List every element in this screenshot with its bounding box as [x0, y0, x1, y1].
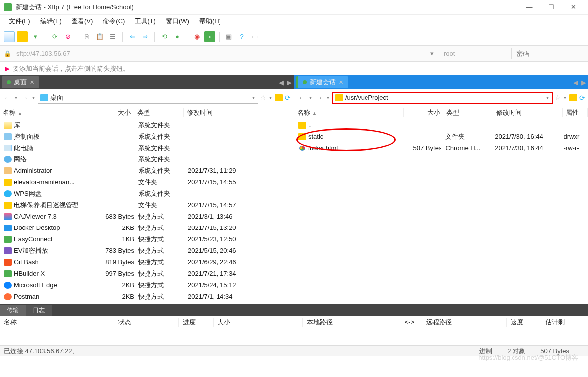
menu-view[interactable]: 查看(V): [68, 16, 97, 27]
col-mtime[interactable]: 修改时间: [184, 108, 268, 117]
path-dropdown-icon[interactable]: ▾: [545, 95, 550, 100]
file-row[interactable]: elevator-maintenan...文件夹2021/7/15, 14:55: [0, 176, 294, 188]
file-row[interactable]: HBuilder X997 Bytes快捷方式2021/7/21, 17:34: [0, 268, 294, 279]
address-dropdown-icon[interactable]: ▾: [428, 50, 436, 57]
newfolder-icon[interactable]: [569, 94, 577, 101]
file-row[interactable]: 控制面板系统文件夹: [0, 131, 294, 142]
transfer-body[interactable]: [0, 328, 588, 345]
path-dropdown-icon[interactable]: ▾: [251, 95, 256, 100]
left-filelist[interactable]: 库系统文件夹控制面板系统文件夹此电脑系统文件夹网络系统文件夹Administra…: [0, 119, 294, 304]
password-field[interactable]: [514, 48, 584, 59]
tcol-size[interactable]: 大小: [214, 318, 303, 327]
tcol-progress[interactable]: 进度: [179, 318, 214, 327]
refresh-icon[interactable]: ⟳: [285, 94, 291, 102]
file-row[interactable]: 网络系统文件夹: [0, 153, 294, 165]
tcol-remote[interactable]: 远程路径: [422, 318, 507, 327]
tcol-status[interactable]: 状态: [114, 318, 179, 327]
status-objects: 2 对象: [507, 347, 525, 356]
file-row[interactable]: Microsoft Edge2KB快捷方式2021/5/24, 15:12: [0, 279, 294, 291]
app-logo-icon: [4, 3, 12, 11]
tab-prev-icon[interactable]: ◀: [279, 79, 284, 86]
username-field[interactable]: [442, 48, 512, 59]
refresh-icon[interactable]: ⟳: [579, 94, 585, 102]
right-arrow-icon[interactable]: ⇒: [140, 31, 150, 42]
right-path-input[interactable]: /usr/vueProject ▾: [332, 92, 553, 104]
file-row[interactable]: 库系统文件夹: [0, 119, 294, 131]
file-row[interactable]: Docker Desktop2KB快捷方式2021/7/15, 13:20: [0, 222, 294, 233]
tab-transfer[interactable]: 传输: [0, 305, 26, 316]
close-button[interactable]: ✕: [562, 0, 584, 14]
tab-desktop[interactable]: 桌面 ✕: [2, 76, 39, 88]
bookmark-icon[interactable]: ☆: [260, 94, 266, 101]
xshell-icon[interactable]: x: [204, 31, 215, 42]
menu-command[interactable]: 命令(C): [99, 16, 129, 27]
tab-next-icon[interactable]: ▶: [581, 79, 586, 86]
menu-tools[interactable]: 工具(T): [131, 16, 160, 27]
col-size[interactable]: 大小: [94, 108, 134, 117]
help-icon[interactable]: ?: [236, 31, 247, 42]
left-path-input[interactable]: 桌面 ▾: [38, 92, 258, 104]
file-row[interactable]: 电梯保养项目巡视管理文件夹2021/7/15, 14:57: [0, 199, 294, 211]
paste-icon[interactable]: 📋: [94, 31, 105, 42]
tcol-dir[interactable]: <->: [397, 318, 422, 326]
menu-file[interactable]: 文件(F): [5, 16, 34, 27]
globe-icon[interactable]: ●: [172, 31, 183, 42]
folder-icon: [4, 179, 12, 186]
left-pane: 桌面 ✕ ◀▶ ←▾ →▾ 桌面 ▾ ☆▾ ⟳ 名称▲ 大小 类型 修改时间 库…: [0, 75, 294, 304]
tab-next-icon[interactable]: ▶: [287, 79, 292, 86]
file-row[interactable]: WPS网盘系统文件夹: [0, 188, 294, 199]
file-row[interactable]: CAJViewer 7.3683 Bytes快捷方式2021/3/1, 13:4…: [0, 211, 294, 222]
menu-window[interactable]: 窗口(W): [162, 16, 193, 27]
file-row[interactable]: 此电脑系统文件夹: [0, 142, 294, 153]
left-arrow-icon[interactable]: ⇐: [127, 31, 138, 42]
tab-close-icon[interactable]: ✕: [30, 79, 34, 86]
col-attr[interactable]: 属性: [563, 108, 588, 117]
terminal-icon[interactable]: ▣: [223, 31, 234, 42]
col-mtime[interactable]: 修改时间: [493, 108, 563, 117]
nav-fwd-icon[interactable]: →: [315, 94, 324, 102]
stop-icon[interactable]: ◉: [191, 31, 202, 42]
col-type[interactable]: 类型: [443, 108, 493, 117]
props-icon[interactable]: ☰: [107, 31, 118, 42]
reconnect-icon[interactable]: ⟳: [49, 31, 60, 42]
newfolder-icon[interactable]: [275, 94, 283, 101]
tcol-speed[interactable]: 速度: [507, 318, 541, 327]
tcol-local[interactable]: 本地路径: [303, 318, 397, 327]
nav-back-icon[interactable]: ←: [297, 94, 306, 102]
copy-icon[interactable]: ⎘: [81, 31, 92, 42]
tcol-name[interactable]: 名称: [0, 318, 114, 327]
tcol-eta[interactable]: 估计剩: [541, 318, 571, 327]
minimize-button[interactable]: —: [518, 0, 540, 14]
new-session-icon[interactable]: [4, 31, 15, 42]
nav-fwd-icon[interactable]: →: [20, 94, 29, 102]
menu-help[interactable]: 帮助(H): [195, 16, 225, 27]
col-name[interactable]: 名称▲: [294, 108, 404, 117]
file-row[interactable]: index.html507 BytesChrome H...2021/7/30,…: [294, 142, 588, 153]
file-row[interactable]: EV加密播放783 Bytes快捷方式2021/5/15, 20:46: [0, 245, 294, 256]
disconnect-icon[interactable]: ⊘: [62, 31, 73, 42]
file-row[interactable]: Postman2KB快捷方式2021/7/1, 14:34: [0, 291, 294, 302]
open-icon[interactable]: [17, 31, 28, 42]
col-size[interactable]: 大小: [404, 108, 443, 117]
hb-icon: [4, 270, 12, 277]
col-name[interactable]: 名称▲: [0, 108, 94, 117]
chat-icon[interactable]: ▭: [249, 31, 260, 42]
maximize-button[interactable]: ☐: [540, 0, 562, 14]
file-row[interactable]: EasyConnect1KB快捷方式2021/5/23, 12:50: [0, 233, 294, 245]
file-row[interactable]: static文件夹2021/7/30, 16:44drwxr: [294, 131, 588, 142]
file-row[interactable]: ..: [294, 119, 588, 131]
tab-close-icon[interactable]: ✕: [339, 79, 343, 86]
nav-back-icon[interactable]: ←: [3, 94, 12, 102]
col-type[interactable]: 类型: [134, 108, 184, 117]
save-icon[interactable]: ▾: [30, 31, 41, 42]
tab-log[interactable]: 日志: [26, 305, 52, 316]
address-url[interactable]: sftp://47.103.56.67: [14, 50, 425, 57]
tab-prev-icon[interactable]: ◀: [573, 79, 578, 86]
file-row[interactable]: Administrator系统文件夹2021/7/31, 11:29: [0, 165, 294, 176]
right-filelist[interactable]: ..static文件夹2021/7/30, 16:44drwxrindex.ht…: [294, 119, 588, 304]
file-row[interactable]: Git Bash819 Bytes快捷方式2021/6/29, 22:46: [0, 256, 294, 268]
sync-icon[interactable]: ⟲: [159, 31, 170, 42]
tab-session[interactable]: 新建会话 ✕: [296, 76, 348, 88]
bookmark-icon[interactable]: ☆: [555, 94, 561, 101]
menu-edit[interactable]: 编辑(E): [36, 16, 66, 27]
